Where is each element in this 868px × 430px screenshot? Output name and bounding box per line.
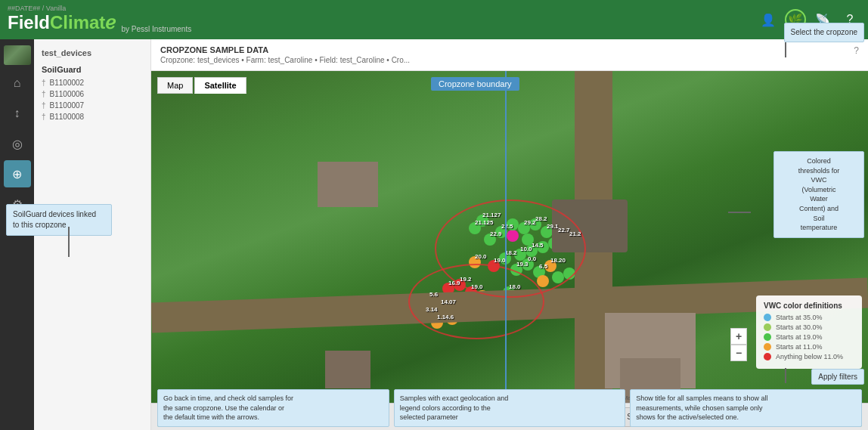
- legend-color-3: [764, 333, 771, 341]
- data-point-label: 3.14: [426, 306, 438, 313]
- data-point-label: 20.0: [475, 253, 487, 260]
- data-point-label: 19.0: [494, 257, 506, 264]
- nav-next-button[interactable]: ▶: [312, 407, 330, 427]
- logo: FieldClimatℯ: [8, 12, 116, 33]
- annotation-line-soilguard: [68, 227, 70, 257]
- data-point-label: 22.7: [558, 227, 570, 234]
- vwc-dropdown-icon: ▼: [710, 413, 716, 420]
- soilguard-text: SoilGuard devices linked to this cropzon…: [13, 210, 96, 229]
- list-item[interactable]: B1100007: [42, 100, 143, 111]
- data-point-label: 22.9: [490, 230, 502, 237]
- data-point-label: 10.0: [520, 246, 532, 252]
- data-point-label: 6.5: [539, 263, 547, 270]
- nav-prev-button[interactable]: ◀: [290, 407, 308, 427]
- content-subtitle: Cropzone: test_devices • Farm: test_Caro…: [160, 56, 410, 64]
- data-point-label: 19.2: [460, 276, 472, 283]
- data-point-label: 14.07: [441, 299, 456, 305]
- list-item[interactable]: B1100008: [42, 111, 143, 122]
- show-title-dropdown-icon: ▼: [666, 413, 672, 420]
- building-4: [325, 351, 370, 388]
- building-1: [318, 162, 378, 207]
- legend-title: VWC color definitions: [764, 302, 854, 310]
- show-title-button[interactable]: SHOW TITLE FOR ALL SAMPLES ▼: [539, 407, 678, 427]
- annotation-line-apply-filters: [785, 368, 786, 383]
- data-point-label: 29.1: [547, 223, 559, 230]
- legend-color-4: [764, 343, 771, 351]
- reset-button[interactable]: RESET: [727, 407, 767, 427]
- days-label: 30 DAYS: [212, 413, 242, 421]
- data-point-label: 19.0: [471, 283, 483, 290]
- sidebar-item-home[interactable]: ⌂: [4, 70, 31, 97]
- tab-map[interactable]: Map: [157, 77, 193, 94]
- apply-filters-text: Apply filters: [818, 373, 857, 381]
- zoom-out-button[interactable]: −: [730, 345, 747, 361]
- legend-item: Starts at 11.0%: [764, 343, 854, 351]
- main-content: CROPZONE SAMPLE DATA Cropzone: test_devi…: [151, 39, 868, 430]
- nav-last-button[interactable]: ▶▶: [335, 407, 359, 427]
- threshold-annotation: Colored thresholds for VWC (Volumetric W…: [773, 151, 864, 238]
- reset-label: RESET: [733, 413, 761, 422]
- download-button[interactable]: ⬇: [770, 407, 790, 427]
- map-attribution: Keyboard shortcuts | Map data ©2021 Imag…: [566, 394, 864, 401]
- tab-satellite[interactable]: Satellite: [194, 77, 246, 94]
- vwc-legend: VWC color definitions Starts at 35.0% St…: [756, 295, 862, 369]
- nav-start-button[interactable]: ◀: [157, 407, 177, 427]
- google-label: Google: [157, 391, 181, 399]
- data-point-label: 21.125: [475, 219, 493, 226]
- legend-color-1: [764, 314, 771, 321]
- legend-label-2: Starts at 30.0%: [776, 323, 823, 331]
- data-point-label: 16.9: [448, 280, 460, 286]
- data-point-label: 1.14.6: [437, 314, 454, 320]
- sidebar-item-sensor[interactable]: ⊕: [4, 160, 31, 187]
- apply-filters-annotation: Apply filters: [811, 369, 864, 385]
- page-title: CROPZONE SAMPLE DATA: [160, 45, 410, 54]
- data-point-label: 18.2: [505, 249, 517, 256]
- sidebar-thumbnail: [4, 45, 31, 65]
- header: ##DATE## / Vanilla FieldClimatℯ by Pessl…: [0, 0, 868, 39]
- refresh-button[interactable]: 🔄 REFRESH: [795, 407, 862, 427]
- days-selector-button[interactable]: 30 DAYS ▼: [206, 407, 256, 427]
- legend-label-4: Starts at 11.0%: [776, 343, 823, 351]
- legend-label-3: Starts at 19.0%: [776, 333, 823, 341]
- list-item[interactable]: B1100006: [42, 88, 143, 100]
- sidebar-item-zoom[interactable]: ↕: [4, 100, 31, 127]
- dropdown-arrow-icon: ▼: [244, 413, 250, 420]
- nav-first-button[interactable]: ◀◀: [261, 407, 285, 427]
- legend-label-5: Anything below 11.0%: [776, 353, 843, 360]
- boundary-label: Cropzone boundary: [431, 77, 519, 91]
- panel-title: test_devices: [34, 45, 150, 62]
- map-tabs: Map Satellite: [157, 77, 246, 94]
- map-container: Map Satellite Cropzone boundary 20.019.0…: [151, 71, 868, 403]
- select-cropzone-text: Select the cropzone: [791, 28, 857, 36]
- data-point-label: 0.0: [528, 255, 536, 262]
- data-point-label: 14.5: [532, 242, 544, 249]
- help-button[interactable]: ?: [854, 45, 859, 56]
- zoom-in-button[interactable]: +: [730, 328, 747, 345]
- map-zoom-controls: + −: [730, 328, 747, 361]
- data-point-label: 22.5: [501, 223, 513, 230]
- header-tag: ##DATE## / Vanilla: [8, 5, 66, 12]
- content-header: CROPZONE SAMPLE DATA Cropzone: test_devi…: [151, 39, 868, 71]
- select-cropzone-annotation: Select the cropzone: [784, 23, 864, 42]
- vwc-selector-button[interactable]: VWC ▼: [683, 407, 721, 427]
- data-point-label: 21.127: [482, 212, 501, 218]
- legend-item: Starts at 35.0%: [764, 314, 854, 321]
- logo-subtitle: by Pessl Instruments: [121, 25, 191, 33]
- legend-color-5: [764, 353, 771, 360]
- user-icon[interactable]: 👤: [758, 9, 779, 30]
- device-group: SoilGuard B1100002 B1100006 B1100007 B11…: [34, 62, 150, 125]
- soilguard-annotation: SoilGuard devices linked to this cropzon…: [6, 204, 112, 236]
- data-point-label: 21.2: [569, 230, 581, 237]
- data-point-label: 5.6: [429, 291, 438, 298]
- data-point-label: 29.2: [524, 219, 536, 226]
- calendar-button[interactable]: 📅: [181, 407, 201, 427]
- vwc-label: VWC: [689, 413, 706, 421]
- sidebar-item-location[interactable]: ◎: [4, 130, 31, 157]
- annotation-line-threshold: [728, 212, 751, 213]
- data-point-label: 28.2: [535, 215, 547, 222]
- legend-label-1: Starts at 35.0%: [776, 314, 823, 321]
- legend-item: Anything below 11.0%: [764, 353, 854, 360]
- show-title-label: SHOW TITLE FOR ALL SAMPLES: [546, 413, 663, 421]
- list-item[interactable]: B1100002: [42, 77, 143, 88]
- annotation-line-cropzone: [785, 42, 786, 57]
